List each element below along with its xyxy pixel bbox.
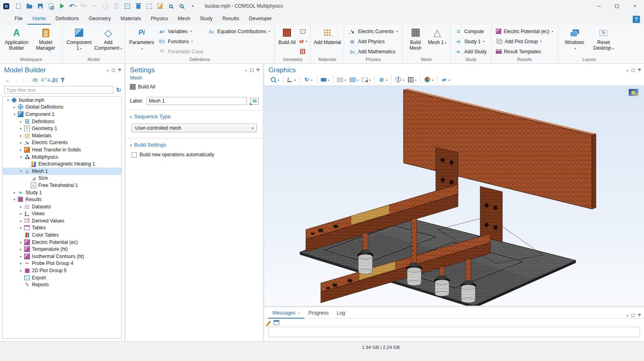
add-physics-button[interactable]: Add Physics [347,36,399,46]
parameter-case-button[interactable]: Parameter Case [157,46,205,57]
tree-item-probe-plot-group-4[interactable]: ▸ Probe Plot Group 4 [3,260,121,267]
undo-button[interactable] [68,1,78,11]
expander-icon[interactable]: ▸ [18,148,24,152]
delete-button[interactable] [133,1,143,11]
menu-study[interactable]: Study [195,13,217,25]
build-new-operations-checkbox[interactable] [132,152,137,157]
tree-item-multiphysics[interactable]: ▾ Multiphysics [3,153,121,161]
back-button[interactable] [4,76,11,84]
tree-item-materials[interactable]: ▸ Materials [3,132,121,139]
expander-icon[interactable]: ▸ [18,126,24,130]
forward-button[interactable] [13,76,20,84]
3d-viewport[interactable] [264,85,644,306]
expander-icon[interactable]: ▸ [18,212,24,216]
expander-icon[interactable]: ▾ [18,169,24,173]
tab-log[interactable]: Log× [332,309,349,319]
build-all-button[interactable]: Build All [126,81,263,91]
plot-thumbnail-button[interactable] [629,89,638,96]
study-1-button[interactable]: Study 1 [453,36,489,46]
panel-menu-icon[interactable] [245,67,247,73]
enable-selected-button[interactable] [155,1,165,11]
close-button[interactable]: × [626,0,644,12]
pin-panel-icon[interactable] [257,69,259,70]
expander-icon[interactable]: ▸ [18,134,24,138]
grid-button[interactable] [406,76,418,84]
zoom-button[interactable] [268,76,281,84]
dropdown-caret-icon[interactable] [311,77,313,82]
menu-materials[interactable]: Materials [116,13,146,25]
find-button[interactable] [166,1,176,11]
rotate-button[interactable] [299,76,314,84]
close-icon[interactable]: × [298,311,300,315]
component-1-button[interactable]: Component 1 [65,26,93,57]
expand-all-button[interactable] [40,76,45,84]
variables-button[interactable]: Variables [157,26,205,36]
update-geometry-button[interactable] [297,36,308,46]
mesh-label-input[interactable] [146,97,247,105]
mesh-1-button[interactable]: Mesh 1 [427,26,448,57]
preview-button[interactable] [46,1,56,11]
node-text-button[interactable] [52,76,58,84]
dropdown-caret-icon[interactable] [386,77,388,82]
dropdown-caret-icon[interactable] [432,77,433,82]
add-component-button[interactable]: Add Component [94,26,122,57]
add-plot-group-button[interactable]: Add Plot Group [494,36,555,46]
tree-item-datasets[interactable]: ▸ Datasets [3,203,121,210]
expander-icon[interactable]: ▸ [18,205,24,209]
open-file-button[interactable] [24,1,34,11]
windows-button[interactable]: Windows [560,26,589,57]
table-icon[interactable] [274,320,279,325]
tree-item-2d-plot-group-5[interactable]: ▸ 2D Plot Group 5 [3,267,121,274]
tree-item-heat-transfer-in-solids[interactable]: ▸ Heat Transfer in Solids [3,146,121,153]
find-and-replace-button[interactable] [177,1,187,11]
expander-icon[interactable]: ▸ [18,120,24,124]
compute-button[interactable]: Compute [453,26,489,36]
refresh-icon[interactable]: ↻ [116,87,121,93]
tree-item-views[interactable]: ▸ Views [3,210,121,218]
electric-potential-button[interactable]: Electric Potential (ec) [494,26,555,36]
tree-item-electric-currents[interactable]: ▸ Electric Currents [3,139,121,147]
pin-panel-icon[interactable] [118,69,121,70]
tab-progress[interactable]: Progress× [304,309,332,319]
show-options-button[interactable] [32,76,39,84]
float-panel-icon[interactable] [250,69,253,72]
model-manager-button[interactable]: Model Manager [31,26,60,57]
tree-item-reports[interactable]: Reports [3,281,121,288]
duplicate-button[interactable] [122,1,132,11]
float-panel-icon[interactable] [631,69,635,72]
tree-item-geometry-1[interactable]: ▸ Geometry 1 [3,125,121,132]
panel-menu-icon[interactable] [626,67,628,73]
filter-button[interactable] [59,76,66,84]
expander-icon[interactable]: ▸ [18,254,24,258]
tree-item-results[interactable]: ▾ Results [3,196,121,203]
electric-currents-button[interactable]: Electric Currents [347,26,399,36]
dropdown-caret-icon[interactable] [345,77,346,82]
minimize-button[interactable] [590,0,608,12]
tab-messages[interactable]: Messages× [268,309,304,319]
menu-geometry[interactable]: Geometry [84,13,116,25]
float-panel-icon[interactable] [631,314,635,317]
dropdown-caret-icon[interactable] [403,77,404,82]
application-builder-button[interactable]: Application Builder [2,26,31,57]
menu-physics[interactable]: Physics [146,13,173,25]
tree-item-electromagnetic-heating-1[interactable]: Electromagnetic Heating 1 [3,160,121,168]
dropdown-caret-icon[interactable] [328,77,330,82]
tree-item-busbar-mph[interactable]: ▾ busbar.mph [3,97,121,104]
sequence-type-select[interactable]: User-controlled mesh ▾ [132,124,257,132]
equation-contributions-button[interactable]: Equation Contributions [206,26,272,36]
maximize-button[interactable] [608,0,626,12]
dropdown-caret-icon[interactable] [449,77,450,82]
tree-item-export[interactable]: Export [3,274,121,281]
float-panel-icon[interactable] [112,69,115,72]
panel-menu-icon[interactable] [107,67,109,73]
tree-item-size[interactable]: Size [3,175,121,182]
paste-button[interactable] [111,1,121,11]
insert-sequence-button[interactable] [297,26,308,36]
build-settings-section-header[interactable]: Build Settings [130,142,259,148]
select-button[interactable] [333,76,348,84]
save-button[interactable] [35,1,45,11]
tree-item-isothermal-contours-ht[interactable]: ▸ Isothermal Contours (ht) [3,253,121,260]
run-button[interactable] [57,1,67,11]
functions-button[interactable]: Functions [157,36,205,46]
transparency-button[interactable] [391,76,406,84]
